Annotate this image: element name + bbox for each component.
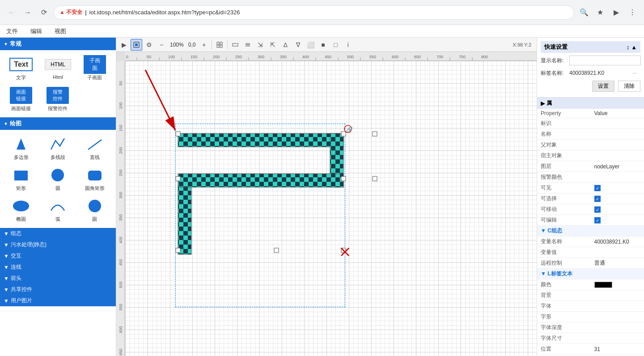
tb-btn-3[interactable] <box>229 39 241 51</box>
address-bar[interactable]: ▲ 不安全 | iot.idosp.net/html/scada/editor.… <box>54 5 574 20</box>
control-alarm[interactable]: 报警控件 报警控件 <box>40 85 75 114</box>
common-controls-grid: Text 文字 HTML Html 子画面 子画面 画面链 <box>0 50 116 117</box>
prop-position-value: 31 <box>591 344 644 355</box>
search-btn[interactable]: 🔍 <box>578 6 590 19</box>
minus-btn[interactable]: − <box>156 39 167 51</box>
svg-text:800: 800 <box>481 55 488 59</box>
sidebar-section-sewage-label: 污水处理(静态) <box>11 241 47 249</box>
control-text[interactable]: Text 文字 <box>4 54 38 83</box>
menu-file[interactable]: 文件 <box>4 26 21 37</box>
sidebar-section-shared[interactable]: ▼ 共享控件 <box>0 284 116 295</box>
control-face-link[interactable]: 画面链接 画面链接 <box>4 85 38 114</box>
select-tool-btn[interactable]: ▶ <box>118 39 130 51</box>
quick-settings-panel: 快速设置 ↕ ▲ 显示名称: 标签名称: 400038921.K0 ⋯ 设置 清… <box>537 38 644 98</box>
reload-btn[interactable]: ⟳ <box>38 6 50 19</box>
tag-name-more-btn[interactable]: ⋯ <box>629 67 640 79</box>
svg-rect-10 <box>220 42 222 44</box>
svg-rect-84 <box>373 176 377 181</box>
profile-btn[interactable]: ▶ <box>610 6 623 19</box>
selectable-checkbox[interactable]: ✓ <box>594 196 601 202</box>
tb-btn-10[interactable]: ■ <box>317 39 329 51</box>
settings-tool-btn[interactable]: ⚙ <box>143 39 155 51</box>
control-arc[interactable]: 弧 <box>40 195 75 224</box>
maximize-icon[interactable]: ▲ <box>631 44 637 51</box>
prop-editable-label: 可编辑 <box>537 215 591 226</box>
svg-rect-13 <box>233 43 238 46</box>
sidebar-section-connection-label: 连线 <box>11 263 21 271</box>
color-swatch-black[interactable] <box>594 282 612 288</box>
grid-btn[interactable] <box>214 39 225 51</box>
alarm-button[interactable]: 报警控件 <box>47 87 69 104</box>
control-line-label: 直线 <box>90 154 100 161</box>
sidebar-section-arrow[interactable]: ▼ 箭头 <box>0 273 116 284</box>
control-polyline[interactable]: 多线段 <box>40 133 75 163</box>
menu-view[interactable]: 视图 <box>52 26 69 37</box>
control-rect[interactable]: 矩形 <box>4 164 38 193</box>
html-button[interactable]: HTML <box>45 59 71 70</box>
arrow-icon-shared: ▼ <box>4 287 9 293</box>
prop-varval-label: 变量值 <box>537 247 591 258</box>
prop-id-value <box>591 118 644 129</box>
prop-parent-value <box>591 140 644 150</box>
control-html[interactable]: HTML Html <box>40 54 75 83</box>
face-link-button[interactable]: 画面链接 <box>10 87 32 104</box>
svg-text:600: 600 <box>392 55 398 59</box>
arrow-icon-common: ▼ <box>4 42 8 47</box>
svg-text:750: 750 <box>459 55 466 59</box>
pointer-tool-btn[interactable] <box>131 39 142 51</box>
sidebar-section-user-image[interactable]: ▼ 用户图片 <box>0 295 116 306</box>
bookmark-btn[interactable]: ★ <box>594 6 606 19</box>
control-ellipse[interactable]: 椭圆 <box>4 195 38 224</box>
clear-btn[interactable]: 清除 <box>618 81 640 92</box>
control-fill-circle[interactable]: 圆 <box>77 195 112 224</box>
tb-btn-8[interactable]: ∇ <box>292 39 304 51</box>
col-value: Value <box>591 109 644 118</box>
tb-btn-7[interactable]: ∆ <box>280 39 291 51</box>
sidebar-section-group[interactable]: ▼ 组态 <box>0 228 116 239</box>
svg-rect-4 <box>88 171 102 180</box>
svg-point-5 <box>13 201 29 211</box>
control-circle[interactable]: 圆 <box>40 164 75 193</box>
svg-text:150: 150 <box>191 55 197 59</box>
prop-layer-label: 图层 <box>537 161 591 172</box>
prop-row-font: 字体 <box>537 301 644 312</box>
arrow-icon-user-image: ▼ <box>4 298 9 304</box>
forward-btn[interactable]: → <box>21 6 34 19</box>
tb-btn-11[interactable]: □ <box>330 39 341 51</box>
collapse-icon[interactable]: ↕ <box>627 44 630 51</box>
sidebar-section-common-label: 常规 <box>10 40 21 48</box>
control-line[interactable]: 直线 <box>77 133 112 163</box>
tb-btn-5[interactable]: ⇲ <box>254 39 266 51</box>
prop-row-movable: 可移动 ✓ <box>537 204 644 215</box>
set-btn[interactable]: 设置 <box>592 81 614 92</box>
control-polygon[interactable]: 多边形 <box>4 133 38 163</box>
properties-header[interactable]: ▶ 属 <box>537 98 644 109</box>
quick-settings-title: 快速设置 <box>544 43 568 51</box>
canvas-container[interactable]: 🔗 <box>125 61 537 356</box>
sidebar-section-interactive[interactable]: ▼ 交互 <box>0 250 116 262</box>
tb-btn-6[interactable]: ⇱ <box>267 39 279 51</box>
plus-btn[interactable]: + <box>198 39 210 51</box>
visible-checkbox[interactable]: ✓ <box>594 185 601 191</box>
zihuamian-button[interactable]: 子画面 <box>84 55 106 74</box>
display-name-input[interactable] <box>569 56 641 65</box>
tb-btn-9[interactable]: ⬜ <box>305 39 316 51</box>
tb-btn-4[interactable] <box>242 39 254 51</box>
svg-text:500: 500 <box>347 55 354 59</box>
control-ellipse-label: 椭圆 <box>16 216 26 223</box>
more-btn[interactable]: ⋮ <box>626 6 639 19</box>
sidebar-section-drawing[interactable]: ▼ 绘图 <box>0 117 116 130</box>
back-btn[interactable]: ← <box>5 6 18 19</box>
sidebar-section-connection[interactable]: ▼ 连线 <box>0 262 116 273</box>
prop-varval-value <box>591 247 644 258</box>
movable-checkbox[interactable]: ✓ <box>594 206 601 213</box>
sidebar-section-sewage[interactable]: ▼ 污水处理(静态) <box>0 239 116 250</box>
tb-btn-12[interactable]: i <box>342 39 354 51</box>
editor-canvas[interactable]: 🔗 <box>125 61 537 356</box>
sidebar-section-common[interactable]: ▼ 常规 <box>0 38 116 50</box>
control-zihuamian[interactable]: 子画面 子画面 <box>77 54 112 83</box>
control-rounded-rect[interactable]: 圆角矩形 <box>77 164 112 193</box>
prop-row-fontsize: 字体尺寸 <box>537 333 644 344</box>
editable-checkbox[interactable]: ✓ <box>594 217 601 223</box>
menu-edit[interactable]: 编辑 <box>28 26 45 37</box>
